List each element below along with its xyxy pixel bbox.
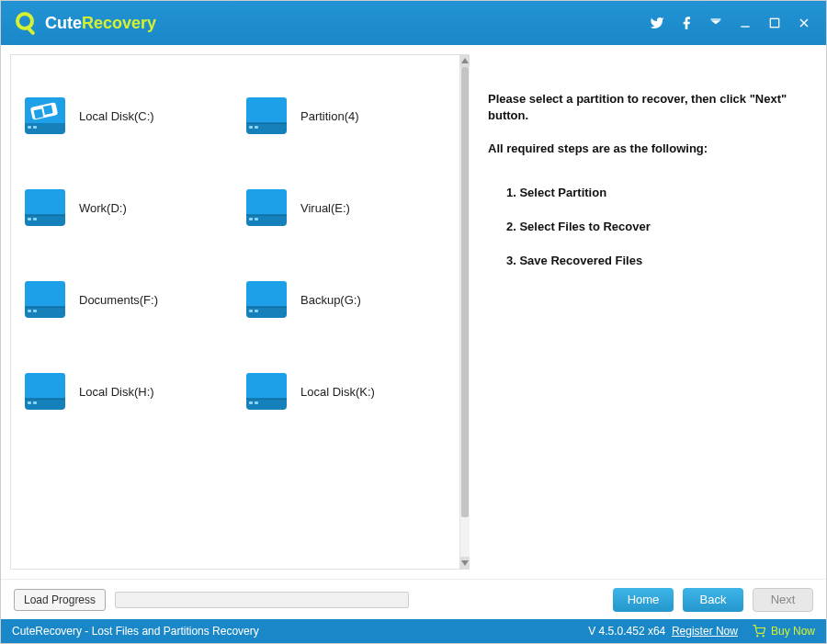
drive-system-icon xyxy=(22,96,68,136)
partition-label: Local Disk(H:) xyxy=(79,385,154,399)
partition-item[interactable]: Work(D:) xyxy=(18,184,231,232)
register-link[interactable]: Register Now xyxy=(672,625,738,638)
home-button[interactable]: Home xyxy=(613,588,674,612)
maximize-icon[interactable] xyxy=(762,10,787,36)
next-button[interactable]: Next xyxy=(753,588,813,612)
drive-icon xyxy=(244,96,289,136)
step-2: 2. Select Files to Recover xyxy=(506,220,800,233)
svg-rect-1 xyxy=(770,18,778,27)
partition-item[interactable]: Backup(G:) xyxy=(240,276,452,323)
version-text: V 4.5.0.452 x64 xyxy=(588,625,665,638)
twitter-icon[interactable] xyxy=(644,10,670,36)
minimize-icon[interactable] xyxy=(732,10,758,36)
partition-item[interactable]: Virual(E:) xyxy=(240,184,452,232)
drive-icon xyxy=(22,279,68,320)
instruction-line-1: Please select a partition to recover, th… xyxy=(488,91,800,124)
app-logo-icon xyxy=(8,8,38,38)
scroll-up-icon[interactable] xyxy=(460,54,470,67)
facebook-icon[interactable] xyxy=(674,10,699,36)
vertical-scrollbar[interactable] xyxy=(460,54,470,570)
scroll-track[interactable] xyxy=(460,67,470,557)
partition-item[interactable]: Partition(4) xyxy=(240,92,452,140)
load-progress-button[interactable]: Load Progress xyxy=(14,589,106,611)
close-icon[interactable] xyxy=(791,10,817,36)
drive-icon xyxy=(22,371,68,412)
drive-icon xyxy=(22,187,68,228)
progress-field xyxy=(115,592,409,608)
scroll-down-icon[interactable] xyxy=(460,557,470,570)
drive-icon xyxy=(244,187,289,228)
cart-icon xyxy=(753,625,765,638)
drive-icon xyxy=(244,371,289,412)
buy-now-link[interactable]: Buy Now xyxy=(753,625,815,638)
partition-item[interactable]: Local Disk(H:) xyxy=(18,367,231,415)
partition-label: Documents(F:) xyxy=(79,293,158,307)
partition-label: Local Disk(K:) xyxy=(300,385,375,399)
partition-label: Virual(E:) xyxy=(300,201,350,215)
scroll-thumb[interactable] xyxy=(461,67,469,517)
drive-icon xyxy=(244,279,289,320)
statusbar: CuteRecovery - Lost Files and Partitions… xyxy=(1,619,826,643)
partition-label: Work(D:) xyxy=(79,201,127,215)
title-recovery: Recovery xyxy=(82,14,156,32)
buy-now-label: Buy Now xyxy=(771,625,815,638)
partition-label: Local Disk(C:) xyxy=(79,109,154,123)
svg-point-4 xyxy=(757,636,758,637)
step-3: 3. Save Recovered Files xyxy=(506,254,800,267)
titlebar: CuteRecovery xyxy=(1,1,826,45)
partition-item[interactable]: Local Disk(C:) xyxy=(18,92,231,140)
partition-label: Partition(4) xyxy=(300,109,359,123)
svg-point-5 xyxy=(763,636,764,637)
partition-label: Backup(G:) xyxy=(300,293,361,307)
instruction-line-2: All required steps are as the following: xyxy=(488,141,800,157)
back-button[interactable]: Back xyxy=(683,588,743,612)
app-title: CuteRecovery xyxy=(45,14,156,33)
instructions-pane: Please select a partition to recover, th… xyxy=(471,54,817,570)
menu-icon[interactable] xyxy=(703,10,729,36)
bottom-bar: Load Progress Home Back Next xyxy=(1,579,826,619)
status-text: CuteRecovery - Lost Files and Partitions… xyxy=(12,625,259,638)
partition-item[interactable]: Local Disk(K:) xyxy=(240,367,452,415)
partition-list-pane: Local Disk(C:)Partition(4)Work(D:)Virual… xyxy=(10,54,460,570)
step-1: 1. Select Partition xyxy=(506,186,800,199)
title-cute: Cute xyxy=(45,14,82,32)
partition-item[interactable]: Documents(F:) xyxy=(18,276,231,323)
